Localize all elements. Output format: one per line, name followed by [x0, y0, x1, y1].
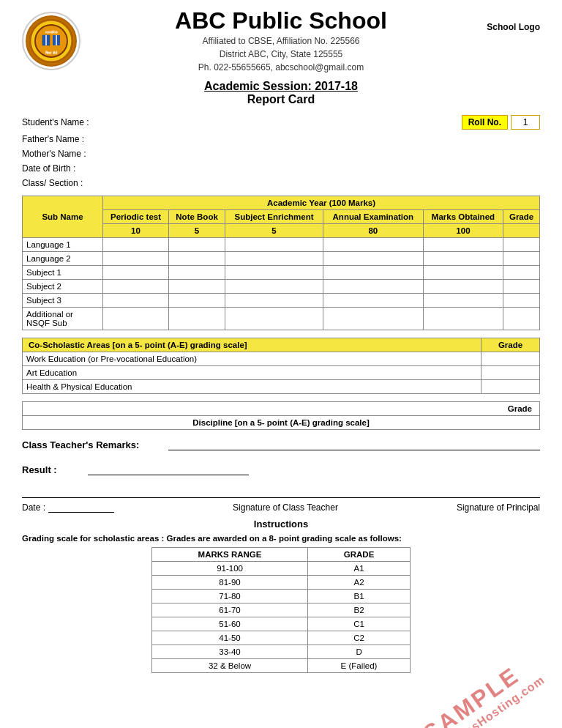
grade-value: A1: [308, 562, 411, 576]
subject-cell: [503, 238, 540, 252]
co-scholastic-header: Co-Scholastic Areas [on a 5- point (A-E)…: [23, 338, 482, 352]
subject-cell: [423, 252, 503, 266]
subject-cell: [169, 294, 225, 308]
school-logo-label: School Logo: [487, 22, 540, 32]
subject-cell: [169, 238, 225, 252]
date-line: [48, 502, 114, 513]
teacher-remarks-row: Class Teacher's Remarks:: [22, 439, 540, 450]
subject-cell: [423, 294, 503, 308]
table-row: 61-70B2: [152, 603, 411, 617]
subject-cell: [503, 280, 540, 294]
co-grade-cell: [482, 366, 540, 380]
svg-text:शिक्षा बोर्ड: शिक्षा बोर्ड: [45, 51, 57, 55]
district: District ABC, City, State 125555: [175, 48, 387, 61]
dob-label: Date of Birth :: [22, 163, 154, 174]
father-name-label: Father's Name :: [22, 134, 154, 144]
subject-cell: [103, 308, 169, 330]
session-title: Academic Session: 2017-18: [22, 80, 540, 93]
subject-cell: [103, 280, 169, 294]
grade-value: B2: [308, 603, 411, 617]
subject-cell: [103, 266, 169, 280]
grade-value: D: [308, 645, 411, 659]
grade-value: B1: [308, 590, 411, 603]
notebook-header: Note Book: [169, 210, 225, 224]
result-row: Result :: [22, 464, 540, 475]
periodic-val: 10: [103, 224, 169, 238]
table-row: Subject 2: [23, 280, 540, 294]
watermark-line2: www.ParasHosting.com: [419, 673, 547, 728]
table-row: Additional or NSQF Sub: [23, 308, 540, 330]
subject-cell: [423, 280, 503, 294]
mother-name-label: Mother's Name :: [22, 149, 154, 159]
roll-no-label: Roll No.: [462, 115, 508, 130]
subject-name: Subject 3: [23, 294, 103, 308]
date-label: Date :: [22, 502, 45, 513]
subject-name: Subject 2: [23, 280, 103, 294]
grade-value: C1: [308, 617, 411, 631]
subject-name: Subject 1: [23, 266, 103, 280]
discipline-table: Grade Discipline [on a 5- point (A-E) gr…: [22, 401, 540, 430]
grade-value: C2: [308, 631, 411, 645]
discipline-label: Discipline [on a 5- point (A-E) grading …: [23, 416, 540, 430]
grade-value: E (Failed): [308, 659, 411, 673]
marks-range: 51-60: [152, 617, 308, 631]
annual-header: Annual Examination: [323, 210, 423, 224]
table-row: 81-90A2: [152, 576, 411, 590]
father-name-row: Father's Name :: [22, 134, 540, 144]
subject-cell: [169, 280, 225, 294]
subject-cell: [323, 294, 423, 308]
subject-cell: [503, 308, 540, 330]
subject-cell: [323, 238, 423, 252]
annual-val: 80: [323, 224, 423, 238]
table-row: 33-40D: [152, 645, 411, 659]
subject-cell: [503, 266, 540, 280]
mother-name-row: Mother's Name :: [22, 149, 540, 159]
co-scholastic-table: Co-Scholastic Areas [on a 5- point (A-E)…: [22, 338, 540, 394]
subject-cell: [169, 266, 225, 280]
affiliation: Affiliated to CBSE, Affiliation No. 2255…: [175, 34, 387, 48]
marks-range: 91-100: [152, 562, 308, 576]
marks-range: 41-50: [152, 631, 308, 645]
header-center: ABC Public School Affiliated to CBSE, Af…: [175, 7, 387, 74]
grading-table: MARKS RANGE GRADE 91-100A181-90A271-80B1…: [151, 547, 411, 673]
table-row: 91-100A1: [152, 562, 411, 576]
subject-name: Language 2: [23, 252, 103, 266]
subject-cell: [103, 252, 169, 266]
enrichment-val: 5: [225, 224, 323, 238]
subject-cell: [423, 308, 503, 330]
subject-cell: [169, 308, 225, 330]
marks-header: Marks Obtained: [423, 210, 503, 224]
roll-no-box: Roll No. 1: [462, 115, 540, 130]
marks-range: 61-70: [152, 603, 308, 617]
subject-cell: [423, 266, 503, 280]
table-row: Work Education (or Pre-vocational Educat…: [23, 352, 540, 366]
table-row: Subject 3: [23, 294, 540, 308]
date-row: Date :: [22, 502, 114, 513]
periodic-header: Periodic test: [103, 210, 169, 224]
enrichment-header: Subject Enrichment: [225, 210, 323, 224]
result-line: [88, 464, 249, 475]
session-section: Academic Session: 2017-18 Report Card: [22, 80, 540, 106]
page-header: माध्यमिक शिक्षा बोर्ड ABC Public School …: [22, 7, 540, 74]
co-grade-cell: [482, 380, 540, 394]
marks-range: 33-40: [152, 645, 308, 659]
table-row: Health & Physical Education: [23, 380, 540, 394]
academic-year-header: Academic Year (100 Marks): [103, 196, 540, 210]
svg-text:माध्यमिक: माध्यमिक: [45, 30, 58, 34]
grading-text: Grading scale for scholastic areas : Gra…: [22, 534, 540, 543]
grade-val-placeholder: [503, 224, 540, 238]
roll-no-value: 1: [511, 115, 540, 130]
subject-cell: [103, 294, 169, 308]
table-row: Subject 1: [23, 266, 540, 280]
subject-cell: [225, 252, 323, 266]
school-logo: माध्यमिक शिक्षा बोर्ड: [22, 12, 80, 70]
co-subject-name: Health & Physical Education: [23, 380, 482, 394]
subject-cell: [503, 294, 540, 308]
student-name-label: Student's Name :: [22, 117, 154, 127]
table-row: 41-50C2: [152, 631, 411, 645]
co-grade-header: Grade: [482, 338, 540, 352]
co-subject-name: Art Education: [23, 366, 482, 380]
student-info: Student's Name : Roll No. 1 Father's Nam…: [22, 115, 540, 188]
phone: Ph. 022-55655665, abcschool@gmail.com: [175, 61, 387, 74]
co-grade-cell: [482, 352, 540, 366]
